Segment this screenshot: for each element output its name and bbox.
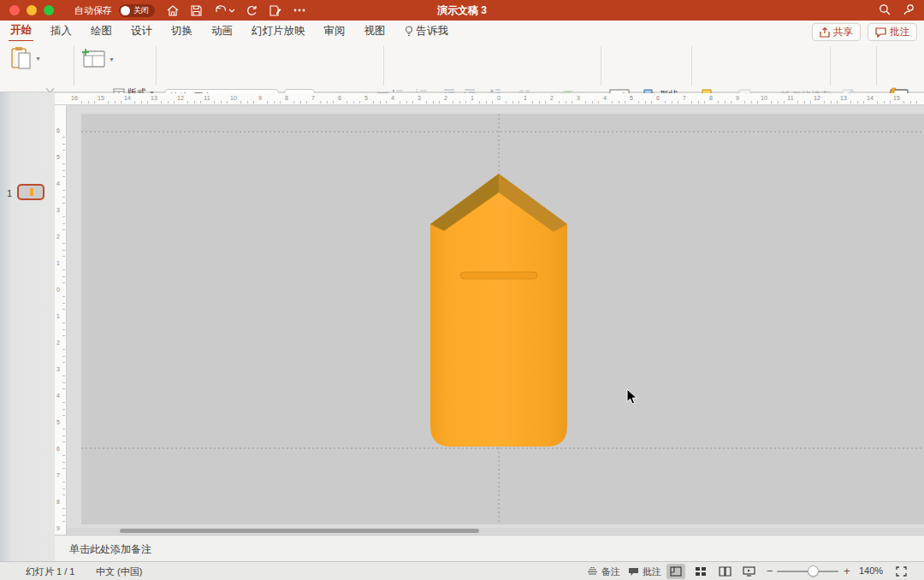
fit-to-window-icon (896, 566, 907, 577)
fullscreen-window-button[interactable] (44, 5, 54, 15)
ribbon: ▼ 粘贴 ▼ ▼ 新建幻灯片 版式▼ 重置 节▼ 等线 (正文)▼ (0, 41, 924, 92)
horizontal-scrollbar-thumb[interactable] (120, 529, 479, 533)
language-indicator[interactable]: 中文 (中国) (96, 565, 142, 578)
lightbulb-icon (405, 26, 413, 37)
tab-animations[interactable]: 动画 (210, 21, 234, 41)
home-icon[interactable] (167, 5, 179, 16)
slide-thumbnail-panel: 1 (0, 92, 55, 561)
comments-toggle[interactable]: 批注 (628, 565, 661, 578)
comment-bubble-icon (628, 567, 639, 577)
normal-view-icon (670, 566, 682, 577)
share-button[interactable]: 共享 (812, 23, 861, 41)
minimize-window-button[interactable] (27, 5, 37, 15)
save-icon[interactable] (191, 5, 202, 16)
slide-area[interactable] (81, 114, 924, 524)
notes-pane[interactable]: 单击此处添加备注 (55, 535, 924, 561)
vertical-ruler: 6543210123456789 (55, 105, 67, 535)
slide-sorter-icon (695, 566, 707, 577)
paste-button[interactable]: ▼ (10, 46, 41, 70)
close-window-button[interactable] (9, 5, 20, 15)
notes-placeholder: 单击此处添加备注 (69, 542, 151, 557)
new-slide-icon (80, 48, 106, 70)
comments-button[interactable]: 批注 (868, 23, 917, 41)
tab-slideshow[interactable]: 幻灯片放映 (250, 21, 307, 41)
zoom-out-button[interactable]: − (767, 565, 773, 577)
toggle-knob (121, 6, 130, 15)
tab-insert[interactable]: 插入 (49, 21, 74, 41)
notes-toggle[interactable]: 备注 (587, 565, 620, 578)
slideshow-icon (743, 566, 755, 577)
more-commands-icon[interactable] (293, 9, 305, 12)
tab-transitions[interactable]: 切换 (169, 21, 194, 41)
title-bar: 自动保存 关闭 演示文稿 3 (0, 0, 924, 21)
share-icon (820, 27, 830, 38)
zoom-in-button[interactable]: + (844, 565, 850, 577)
tab-home[interactable]: 开始 (9, 20, 33, 42)
comment-icon (875, 27, 886, 38)
horizontal-scrollbar[interactable] (67, 528, 924, 534)
search-icon[interactable] (879, 3, 891, 15)
status-bar: 幻灯片 1 / 1 中文 (中国) 备注 批注 − + 140% (0, 561, 924, 580)
slide-sorter-view-button[interactable] (691, 564, 710, 579)
zoom-slider-thumb[interactable] (808, 565, 819, 577)
save-as-icon[interactable] (270, 5, 281, 16)
autosave-state-label: 关闭 (133, 5, 149, 16)
redo-icon[interactable] (246, 5, 258, 16)
thumbnail-shape (30, 188, 33, 196)
slide-canvas[interactable] (67, 105, 924, 535)
tab-tell-me[interactable]: 告诉我 (403, 21, 451, 41)
ribbon-tab-bar: 开始 插入 绘图 设计 切换 动画 幻灯片放映 审阅 视图 告诉我 共享 批注 (0, 21, 924, 41)
tab-view[interactable]: 视图 (363, 21, 388, 41)
slideshow-view-button[interactable] (739, 564, 758, 579)
tab-design[interactable]: 设计 (129, 21, 154, 41)
zoom-level[interactable]: 140% (859, 565, 883, 576)
notes-icon (587, 567, 598, 577)
autosave-toggle[interactable]: 关闭 (119, 4, 155, 17)
horizontal-ruler: 1615141312111098765432101234567891011121… (55, 93, 924, 105)
slide-thumbnail-1[interactable] (17, 184, 44, 200)
fit-to-window-button[interactable] (891, 564, 910, 579)
slide-counter: 幻灯片 1 / 1 (26, 565, 74, 578)
autosave-label: 自动保存 (74, 4, 112, 17)
slide-number: 1 (7, 188, 12, 198)
undo-icon[interactable] (214, 5, 234, 16)
normal-view-button[interactable] (666, 564, 685, 579)
clipboard-icon (10, 46, 33, 70)
tab-draw[interactable]: 绘图 (89, 21, 114, 41)
reading-view-icon (719, 566, 732, 577)
reading-view-button[interactable] (715, 564, 734, 579)
account-icon[interactable] (903, 3, 915, 15)
new-slide-button[interactable]: ▼ (80, 48, 115, 70)
tab-review[interactable]: 审阅 (323, 21, 347, 41)
